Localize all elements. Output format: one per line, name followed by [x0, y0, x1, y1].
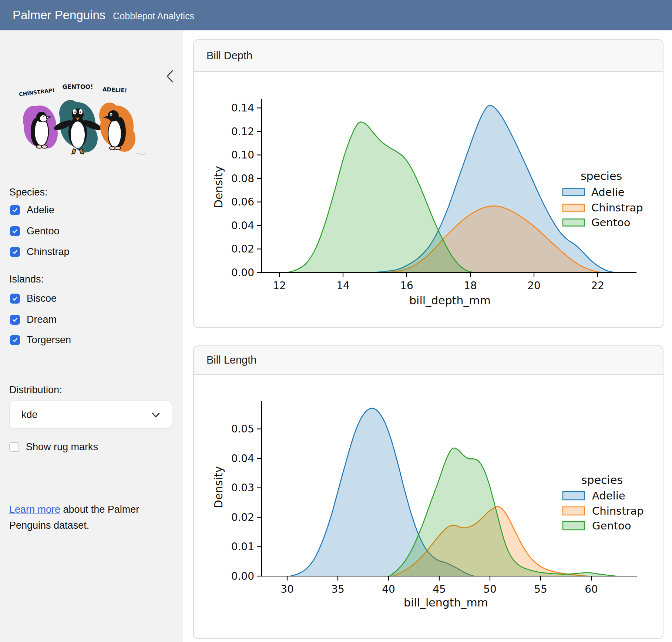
y-tick-label: 0.06 [231, 196, 254, 208]
x-tick-label: 16 [400, 280, 413, 292]
gentoo-penguin-illustration: GENTOO! [53, 83, 103, 154]
legend-label-gentoo: Gentoo [592, 519, 631, 532]
check-icon [11, 337, 19, 344]
sidebar-collapse-icon[interactable] [164, 69, 175, 84]
species-checkbox-chinstrap[interactable] [10, 247, 20, 257]
legend-label-adelie: Adelie [592, 489, 625, 502]
legend-title: species [581, 474, 623, 486]
islands-checkbox-biscoe[interactable] [10, 294, 20, 304]
x-axis-label: bill_length_mm [404, 596, 488, 609]
bill-length-chart: 0.000.010.020.030.040.0530354045505560bi… [193, 374, 663, 639]
check-icon [11, 248, 19, 255]
chinstrap-label: CHINSTRAP! [19, 87, 55, 97]
x-tick-label: 35 [331, 583, 345, 595]
x-tick-label: 30 [280, 583, 294, 595]
learn-more-paragraph: Learn more about the Palmer Penguins dat… [9, 502, 146, 534]
sidebar: CHINSTRAP! GENTOO! [0, 30, 182, 642]
islands-checkbox-torgersen[interactable] [10, 335, 20, 345]
species-row-adelie: Adelie [10, 204, 54, 216]
species-row-gentoo: Gentoo [10, 225, 60, 237]
y-tick-label: 0.02 [231, 243, 254, 255]
y-axis-label: Density [212, 466, 225, 508]
islands-row-torgersen: Torgersen [10, 334, 71, 346]
y-tick-label: 0.10 [231, 149, 254, 161]
x-tick-label: 12 [273, 280, 286, 292]
species-checkbox-label: Gentoo [27, 225, 60, 237]
y-tick-label: 0.00 [231, 267, 254, 279]
y-tick-label: 0.02 [231, 511, 254, 524]
check-icon [11, 228, 19, 235]
distribution-select-value: kde [21, 409, 38, 421]
species-checkbox-label: Chinstrap [27, 246, 70, 258]
islands-row-dream: Dream [10, 314, 57, 325]
y-tick-label: 0.04 [231, 452, 254, 465]
legend-swatch-gentoo [563, 219, 584, 226]
app-title: Palmer Penguins [13, 0, 105, 30]
y-tick-label: 0.04 [231, 220, 254, 232]
bill-length-card-title: Bill Length [194, 346, 663, 375]
species-group-label: Species: [9, 187, 48, 198]
gentoo-label: GENTOO! [63, 83, 93, 90]
legend-swatch-adelie [563, 189, 584, 196]
species-checkbox-label: Adelie [27, 204, 54, 216]
legend-swatch-chinstrap [563, 204, 584, 211]
islands-checkbox-label: Dream [27, 314, 57, 325]
adelie-penguin-illustration: ADÉLIE! [99, 86, 135, 152]
distribution-select[interactable]: kde [9, 401, 172, 429]
y-tick-label: 0.01 [231, 541, 254, 553]
y-tick-label: 0.14 [231, 102, 254, 114]
x-tick-label: 40 [382, 583, 395, 595]
y-tick-label: 0.05 [231, 423, 254, 435]
species-row-chinstrap: Chinstrap [10, 246, 70, 258]
species-checkbox-adelie[interactable] [10, 205, 20, 215]
legend-title: species [581, 170, 622, 183]
app-subtitle: Cobblepot Analytics [113, 11, 194, 21]
bill-depth-chart: 0.000.020.040.060.080.100.120.1412141618… [193, 71, 663, 328]
show-rug-marks-label: Show rug marks [26, 441, 98, 453]
legend-label-chinstrap: Chinstrap [591, 201, 643, 214]
species-checkbox-gentoo[interactable] [10, 226, 20, 236]
legend-swatch-adelie [563, 492, 584, 500]
x-tick-label: 50 [483, 583, 497, 595]
chinstrap-penguin-illustration: CHINSTRAP! [19, 87, 58, 148]
chevron-down-icon [151, 411, 161, 419]
y-axis-label: Density [212, 166, 225, 208]
y-tick-label: 0.03 [231, 482, 254, 494]
legend-swatch-gentoo [563, 522, 584, 530]
check-icon [11, 295, 19, 302]
x-tick-label: 14 [336, 280, 350, 292]
adelie-label: ADÉLIE! [103, 86, 127, 94]
islands-checkbox-dream[interactable] [10, 315, 20, 325]
y-tick-label: 0.08 [231, 173, 254, 185]
legend-swatch-chinstrap [563, 507, 584, 515]
bill-depth-card-title: Bill Depth [194, 40, 663, 72]
y-tick-label: 0.00 [231, 570, 254, 582]
islands-group-label: Islands: [9, 274, 44, 285]
app-window: Palmer Penguins Cobblepot Analytics [0, 0, 672, 642]
islands-checkbox-label: Torgersen [27, 334, 71, 346]
legend-label-adelie: Adelie [591, 186, 625, 198]
distribution-label: Distribution: [9, 384, 62, 396]
x-axis-label: bill_depth_mm [409, 294, 491, 307]
x-tick-label: 60 [585, 583, 598, 595]
legend-label-gentoo: Gentoo [591, 216, 631, 229]
check-icon [11, 316, 19, 323]
legend-label-chinstrap: Chinstrap [592, 505, 644, 517]
y-tick-label: 0.12 [231, 126, 254, 138]
app-header: Palmer Penguins Cobblepot Analytics [0, 0, 672, 30]
penguins-artwork: CHINSTRAP! GENTOO! [14, 76, 147, 158]
islands-row-biscoe: Biscoe [10, 293, 57, 304]
islands-checkbox-label: Biscoe [27, 293, 57, 304]
x-tick-label: 18 [464, 280, 477, 292]
check-icon [11, 207, 19, 214]
x-tick-label: 45 [433, 583, 446, 595]
learn-more-link[interactable]: Learn more [9, 504, 60, 515]
x-tick-label: 22 [591, 280, 604, 292]
show-rug-marks-checkbox[interactable] [9, 442, 19, 452]
artist-signature [136, 153, 146, 155]
rug-row: Show rug marks [9, 441, 98, 453]
x-tick-label: 55 [534, 583, 547, 595]
x-tick-label: 20 [527, 280, 541, 292]
